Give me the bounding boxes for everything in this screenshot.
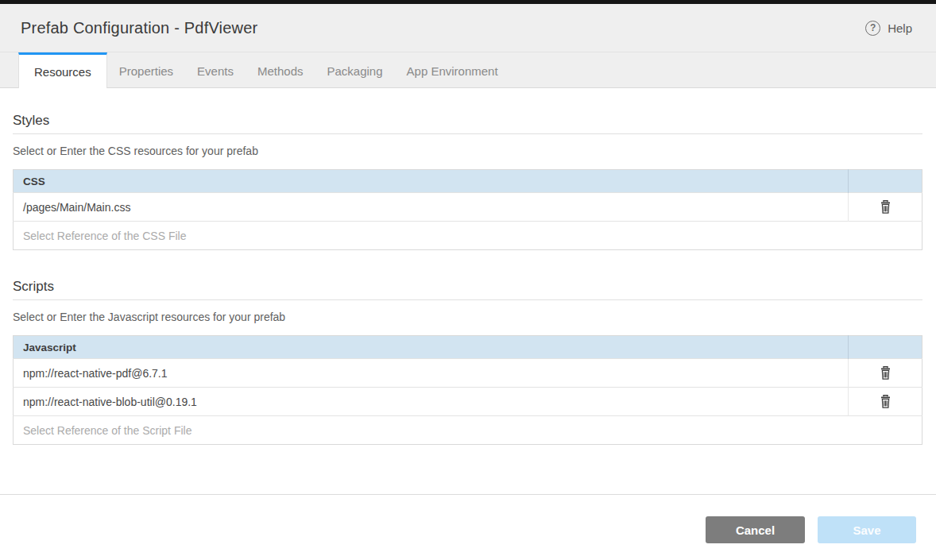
scripts-heading: Scripts [13, 279, 922, 300]
delete-css-resource-button[interactable] [876, 198, 895, 216]
tab-bar: Resources Properties Events Methods Pack… [0, 52, 936, 88]
trash-icon [879, 199, 892, 214]
table-row: npm://react-native-blob-util@0.19.1 [14, 388, 922, 416]
css-resource-value: /pages/Main/Main.css [14, 193, 849, 222]
css-column-header: CSS [14, 170, 849, 193]
table-header-row: Javascript [14, 336, 922, 359]
dialog-footer: Cancel Save [0, 494, 936, 560]
tab-resources[interactable]: Resources [18, 52, 107, 88]
tab-app-environment[interactable]: App Environment [395, 52, 510, 87]
resources-panel: Styles Select or Enter the CSS resources… [0, 88, 936, 494]
delete-script-resource-button[interactable] [876, 392, 895, 411]
cancel-button[interactable]: Cancel [706, 516, 805, 543]
tab-properties[interactable]: Properties [107, 52, 185, 87]
trash-icon [879, 394, 892, 409]
question-mark-circle-icon: ? [865, 21, 880, 36]
actions-column-header [849, 170, 922, 193]
javascript-resources-table: Javascript npm://react-native-pdf@6.7.1 [13, 335, 922, 445]
table-row: npm://react-native-pdf@6.7.1 [14, 359, 922, 388]
page-title: Prefab Configuration - PdfViewer [21, 19, 257, 37]
table-row: Select Reference of the CSS File [14, 222, 922, 250]
scripts-section: Scripts Select or Enter the Javascript r… [13, 279, 922, 445]
table-row: /pages/Main/Main.css [14, 193, 922, 222]
script-resource-value: npm://react-native-blob-util@0.19.1 [14, 388, 849, 416]
script-file-reference-select[interactable]: Select Reference of the Script File [14, 416, 922, 445]
tab-events[interactable]: Events [185, 52, 246, 87]
css-resources-table: CSS /pages/Main/Main.css [13, 169, 922, 250]
styles-description: Select or Enter the CSS resources for yo… [13, 145, 922, 157]
css-file-reference-select[interactable]: Select Reference of the CSS File [14, 222, 922, 250]
save-button[interactable]: Save [818, 516, 916, 543]
scripts-description: Select or Enter the Javascript resources… [13, 311, 922, 323]
styles-heading: Styles [13, 113, 922, 134]
actions-column-header [849, 336, 922, 359]
styles-section: Styles Select or Enter the CSS resources… [13, 113, 922, 250]
help-label: Help [888, 21, 912, 35]
delete-script-resource-button[interactable] [876, 364, 895, 382]
trash-icon [879, 365, 892, 380]
help-button[interactable]: ? Help [865, 21, 912, 36]
javascript-column-header: Javascript [14, 336, 849, 359]
table-row: Select Reference of the Script File [14, 416, 922, 445]
tab-methods[interactable]: Methods [246, 52, 315, 87]
table-header-row: CSS [14, 170, 922, 193]
script-resource-value: npm://react-native-pdf@6.7.1 [14, 359, 849, 388]
dialog-header: Prefab Configuration - PdfViewer ? Help [0, 4, 936, 52]
tab-packaging[interactable]: Packaging [315, 52, 394, 87]
